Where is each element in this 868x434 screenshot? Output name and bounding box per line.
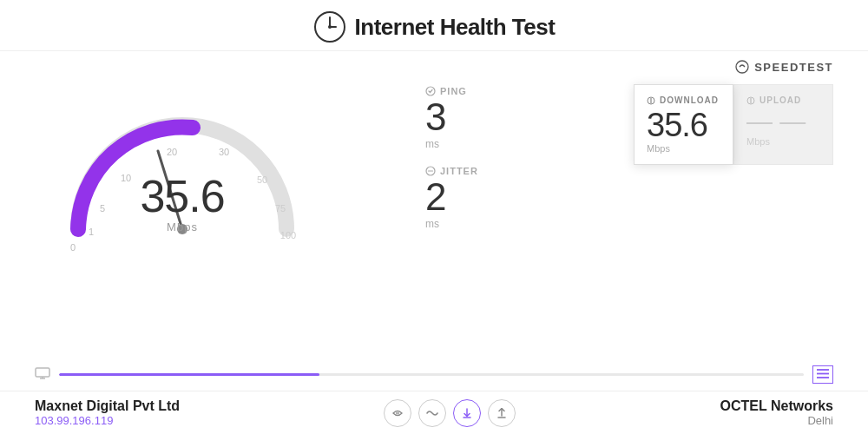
ping-stat: PING 3 ms <box>425 86 538 150</box>
download-label: DOWNLOAD <box>647 95 720 105</box>
monitor-icon <box>35 367 50 383</box>
svg-rect-22 <box>36 368 49 377</box>
download-button[interactable] <box>453 399 481 427</box>
svg-point-17 <box>736 61 748 73</box>
progress-row <box>0 365 868 391</box>
bottom-icons <box>384 399 516 427</box>
svg-text:20: 20 <box>167 147 177 157</box>
speedtest-brand: SPEEDTEST <box>735 60 833 74</box>
svg-text:50: 50 <box>257 174 267 185</box>
svg-text:75: 75 <box>275 203 286 214</box>
wave-button[interactable] <box>418 399 446 427</box>
bottom-bar: Maxnet Digital Pvt Ltd 103.99.196.119 <box>0 391 868 434</box>
upload-unit: Mbps <box>746 136 820 147</box>
svg-text:100: 100 <box>280 230 296 240</box>
svg-text:5: 5 <box>100 203 105 214</box>
download-metric: DOWNLOAD 35.6 Mbps <box>634 84 733 165</box>
progress-fill <box>59 373 319 376</box>
right-panel: SPEEDTEST DOWNLOAD 35.6 Mbps <box>634 60 833 165</box>
download-icon <box>647 96 655 105</box>
hamburger-icon <box>816 368 830 379</box>
metrics-grid: DOWNLOAD 35.6 Mbps UPLOAD — — Mbps <box>634 84 833 165</box>
upload-metric: UPLOAD — — Mbps <box>733 84 833 165</box>
svg-text:10: 10 <box>121 173 131 183</box>
upload-icon <box>746 96 755 105</box>
ping-unit: ms <box>425 138 538 150</box>
network-name: OCTEL Networks <box>720 398 833 414</box>
page-title: Internet Health Test <box>355 14 556 41</box>
clock-icon <box>313 10 346 43</box>
svg-text:1: 1 <box>89 227 94 237</box>
progress-bar <box>59 373 804 376</box>
upload-arrow-icon <box>496 408 507 418</box>
download-arrow-icon <box>462 408 472 418</box>
isp-name: Maxnet Digital Pvt Ltd <box>35 398 180 414</box>
upload-button[interactable] <box>488 399 516 427</box>
main-content: 0 1 5 10 20 30 50 75 100 <box>0 51 868 365</box>
network-info: OCTEL Networks Delhi <box>720 398 833 427</box>
isp-ip: 103.99.196.119 <box>35 414 180 427</box>
svg-text:0: 0 <box>70 242 76 253</box>
speed-unit: Mbps <box>140 220 224 233</box>
speedometer: 0 1 5 10 20 30 50 75 100 <box>52 69 312 260</box>
isp-info: Maxnet Digital Pvt Ltd 103.99.196.119 <box>35 398 180 427</box>
speedtest-logo-icon <box>735 60 749 74</box>
svg-point-3 <box>328 25 332 29</box>
wave-icon <box>426 409 438 418</box>
share-icon <box>391 407 404 419</box>
svg-text:30: 30 <box>219 147 229 157</box>
stats-section: PING 3 ms JITTER 2 ms <box>425 60 538 230</box>
upload-value: — — <box>746 108 820 135</box>
download-value: 35.6 <box>647 108 720 141</box>
download-unit: Mbps <box>647 143 720 154</box>
speedometer-section: 0 1 5 10 20 30 50 75 100 <box>35 69 330 260</box>
upload-label: UPLOAD <box>746 95 820 105</box>
speed-number: 35.6 <box>140 174 224 219</box>
speedometer-value: 35.6 Mbps <box>140 174 224 233</box>
header: Internet Health Test <box>0 0 868 51</box>
network-location: Delhi <box>807 414 833 427</box>
menu-icon[interactable] <box>812 365 833 384</box>
speedtest-brand-text: SPEEDTEST <box>754 61 833 74</box>
logo: Internet Health Test <box>313 10 556 43</box>
monitor-svg <box>35 367 50 379</box>
ping-value: 3 <box>425 98 538 136</box>
jitter-unit: ms <box>425 218 538 230</box>
jitter-value: 2 <box>425 178 538 216</box>
share-button[interactable] <box>384 399 411 427</box>
jitter-stat: JITTER 2 ms <box>425 166 538 230</box>
